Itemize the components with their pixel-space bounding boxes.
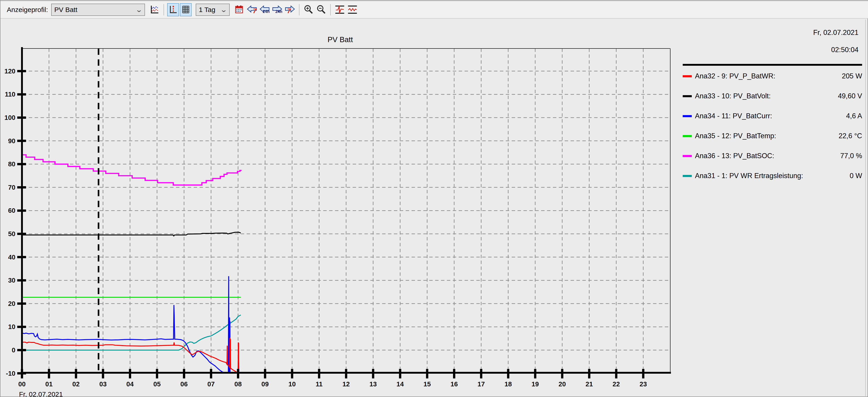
y-tick-label: 30 bbox=[8, 277, 16, 284]
x-tick-label: 21 bbox=[586, 380, 593, 388]
app-window: Anzeigeprofil: PV Batt ⌄ bbox=[0, 0, 868, 397]
autoscale-wave-icon bbox=[347, 4, 358, 16]
x-axis-date-label: Fr, 02.07.2021 bbox=[19, 391, 63, 397]
series-PV_BatSOC bbox=[22, 155, 242, 185]
x-tick-label: 02 bbox=[72, 380, 80, 388]
next-7-days-icon: 7 bbox=[285, 4, 295, 16]
chart-title: PV Batt bbox=[328, 35, 353, 44]
legend-row[interactable]: Ana35 - 12: PV_BatTemp:22,6 °C bbox=[683, 126, 862, 146]
x-tick-label: 23 bbox=[640, 380, 647, 388]
chart-lines-icon bbox=[150, 4, 159, 15]
profile-select[interactable]: PV Batt ⌄ bbox=[51, 4, 145, 16]
legend-color-swatch bbox=[683, 95, 692, 97]
x-tick-label: 22 bbox=[613, 380, 620, 388]
chart-lines-button[interactable] bbox=[149, 3, 160, 16]
series-PV_BatCurr bbox=[22, 276, 239, 373]
toolbar-separator bbox=[299, 4, 300, 16]
y-tick-label: 90 bbox=[8, 137, 16, 145]
range-select[interactable]: 1 Tag ⌄ bbox=[196, 4, 230, 16]
x-tick-label: 15 bbox=[424, 380, 431, 388]
y-tick-label: 10 bbox=[8, 323, 16, 330]
x-tick-label: 06 bbox=[180, 380, 188, 388]
cursor-toggle-button[interactable] bbox=[167, 3, 179, 16]
next-24h-button[interactable]: 24h bbox=[271, 3, 283, 16]
y-tick-label: 110 bbox=[5, 91, 16, 98]
legend-color-swatch bbox=[683, 75, 692, 77]
x-tick-label: 17 bbox=[477, 380, 485, 388]
legend-value: 4,6 A bbox=[846, 112, 862, 120]
legend-separator bbox=[683, 64, 862, 66]
profile-select-value: PV Batt bbox=[54, 6, 78, 13]
x-tick-label: 08 bbox=[235, 380, 242, 388]
legend-value: 205 W bbox=[842, 72, 862, 80]
prev-7-days-badge: 7 bbox=[253, 7, 257, 14]
x-tick-label: 09 bbox=[261, 380, 269, 388]
next-7-days-badge: 7 bbox=[287, 7, 291, 14]
legend-row[interactable]: Ana32 - 9: PV_P_BatWR:205 W bbox=[683, 66, 862, 86]
legend-label: Ana32 - 9: PV_P_BatWR: bbox=[695, 72, 775, 80]
y-tick-label: 0 bbox=[12, 346, 16, 354]
x-tick-label: 04 bbox=[126, 380, 134, 388]
legend-row[interactable]: Ana34 - 11: PV_BatCurr:4,6 A bbox=[683, 106, 862, 126]
chevron-down-icon: ⌄ bbox=[135, 6, 143, 13]
x-tick-label: 07 bbox=[208, 380, 215, 388]
x-tick-label: 13 bbox=[369, 380, 377, 388]
legend-color-swatch bbox=[683, 175, 692, 177]
range-select-value: 1 Tag bbox=[199, 6, 215, 13]
panel-right-border bbox=[865, 20, 866, 397]
cursor-date: Fr, 02.07.2021 bbox=[813, 24, 859, 41]
x-tick-label: 11 bbox=[315, 380, 322, 388]
x-tick-label: 05 bbox=[153, 380, 161, 388]
x-tick-label: 12 bbox=[342, 380, 350, 388]
profile-label: Anzeigeprofil: bbox=[7, 6, 48, 13]
y-tick-label: 40 bbox=[8, 253, 16, 261]
grid-toggle-button[interactable] bbox=[180, 3, 192, 16]
prev-7-days-icon: 7 bbox=[247, 4, 257, 16]
x-tick-label: 16 bbox=[451, 380, 458, 388]
prev-24h-button[interactable]: 24h bbox=[259, 3, 271, 16]
calendar-button[interactable] bbox=[233, 3, 245, 16]
legend-row[interactable]: Ana33 - 10: PV_BatVolt:49,60 V bbox=[683, 86, 862, 106]
zoom-out-button[interactable] bbox=[315, 3, 327, 16]
cursor-toggle-icon bbox=[168, 4, 178, 15]
y-tick-label: -10 bbox=[6, 370, 16, 377]
autoscale-wave-button[interactable] bbox=[347, 3, 358, 16]
legend-color-swatch bbox=[683, 135, 692, 137]
prev-7-days-button[interactable]: 7 bbox=[246, 3, 258, 16]
x-tick-label: 10 bbox=[288, 380, 296, 388]
legend-color-swatch bbox=[683, 155, 692, 157]
legend-label: Ana35 - 12: PV_BatTemp: bbox=[695, 132, 776, 140]
legend-label: Ana31 - 1: PV WR Ertragsleistung: bbox=[695, 172, 803, 180]
prev-24h-icon: 24h bbox=[259, 4, 270, 16]
x-tick-label: 18 bbox=[504, 380, 512, 388]
x-tick-label: 14 bbox=[396, 380, 404, 388]
toolbar-separator bbox=[330, 4, 331, 16]
next-24h-badge: 24h bbox=[275, 9, 282, 13]
next-24h-icon: 24h bbox=[272, 4, 282, 16]
chevron-down-icon: ⌄ bbox=[220, 6, 227, 13]
autoscale-spike-icon bbox=[334, 4, 345, 16]
y-tick-label: 100 bbox=[4, 114, 16, 121]
legend-row[interactable]: Ana36 - 13: PV_BatSOC:77,0 % bbox=[683, 146, 862, 166]
legend-row[interactable]: Ana31 - 1: PV WR Ertragsleistung:0 W bbox=[683, 166, 862, 186]
legend-color-swatch bbox=[683, 115, 692, 117]
prev-24h-badge: 24h bbox=[262, 9, 270, 13]
y-tick-label: 70 bbox=[8, 184, 16, 191]
y-tick-label: 80 bbox=[8, 160, 16, 168]
legend-value: 49,60 V bbox=[838, 92, 862, 100]
y-tick-label: 50 bbox=[8, 230, 16, 238]
x-tick-label: 03 bbox=[99, 380, 107, 388]
y-tick-label: 120 bbox=[4, 67, 16, 75]
x-tick-label: 01 bbox=[45, 380, 53, 388]
zoom-in-button[interactable] bbox=[303, 3, 314, 16]
calendar-icon bbox=[234, 4, 244, 15]
legend-panel: Ana32 - 9: PV_P_BatWR:205 WAna33 - 10: P… bbox=[683, 66, 862, 186]
next-7-days-button[interactable]: 7 bbox=[284, 3, 296, 16]
legend-label: Ana33 - 10: PV_BatVolt: bbox=[695, 92, 771, 100]
toolbar: Anzeigeprofil: PV Batt ⌄ bbox=[0, 0, 868, 19]
autoscale-spike-button[interactable] bbox=[334, 3, 346, 16]
legend-value: 77,0 % bbox=[840, 152, 862, 160]
legend-label: Ana36 - 13: PV_BatSOC: bbox=[695, 152, 774, 160]
legend-label: Ana34 - 11: PV_BatCurr: bbox=[695, 112, 772, 120]
x-tick-label: 20 bbox=[559, 380, 566, 388]
